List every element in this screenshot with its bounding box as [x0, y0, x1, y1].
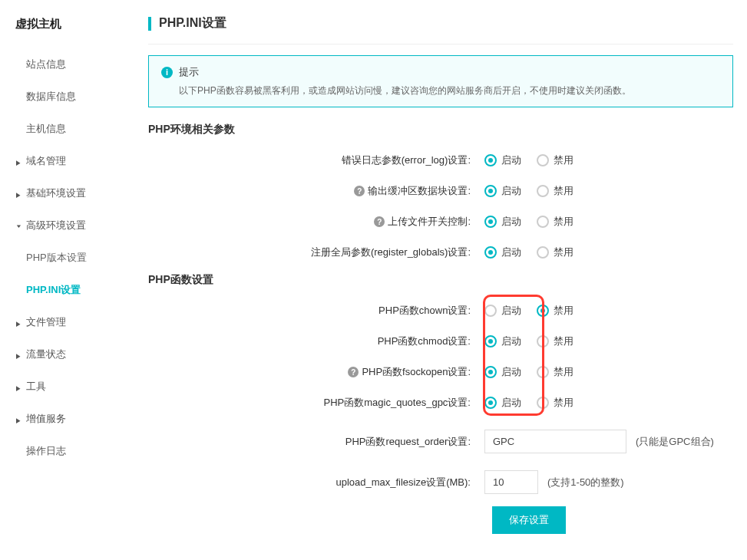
form-label: PHP函数magic_quotes_gpc设置: [148, 396, 478, 410]
form-label: 错误日志参数(error_log)设置: [148, 153, 478, 167]
sidebar-item-2[interactable]: 主机信息 [0, 113, 134, 145]
alert-box: i 提示 以下PHP函数容易被黑客利用，或造成网站访问慢，建议咨询您的网站服务商… [148, 55, 733, 107]
radio-circle-icon [484, 216, 497, 228]
sidebar-item-label: 基础环境设置 [26, 186, 86, 200]
radio-on[interactable]: 启动 [484, 304, 521, 318]
form-row: ?上传文件开关控制:启动禁用 [148, 212, 733, 232]
radio-group: 启动禁用 [478, 153, 573, 167]
form-label: PHP函数chown设置: [148, 304, 478, 318]
sidebar-item-12[interactable]: 操作日志 [0, 435, 134, 467]
sidebar-item-1[interactable]: 数据库信息 [0, 81, 134, 113]
sidebar-item-label: PHP.INI设置 [26, 283, 81, 297]
radio-circle-icon [537, 216, 549, 228]
form-row: ?输出缓冲区数据块设置:启动禁用 [148, 181, 733, 201]
radio-group: 启动禁用 [478, 396, 573, 410]
divider [148, 44, 733, 44]
sidebar-item-11[interactable]: 增值服务 [0, 403, 134, 435]
main-content: PHP.INI设置 i 提示 以下PHP函数容易被黑客利用，或造成网站访问慢，建… [134, 0, 747, 560]
sidebar-item-4[interactable]: 基础环境设置 [0, 177, 134, 209]
sidebar-item-label: 文件管理 [26, 315, 66, 329]
sidebar-item-label: 数据库信息 [26, 90, 76, 104]
radio-on[interactable]: 启动 [484, 153, 521, 167]
page-title-row: PHP.INI设置 [148, 0, 733, 44]
radio-label: 禁用 [554, 365, 573, 379]
sidebar-item-label: 增值服务 [26, 412, 66, 426]
form-label: PHP函数chmod设置: [148, 334, 478, 348]
sidebar-item-5[interactable]: 高级环境设置 [0, 209, 134, 242]
sidebar-item-label: 主机信息 [26, 122, 66, 136]
help-icon[interactable]: ? [348, 367, 359, 377]
upload-max-input[interactable] [484, 470, 538, 494]
radio-label: 启动 [501, 334, 521, 348]
radio-circle-icon [484, 246, 497, 259]
form-label: upload_max_filesize设置(MB): [148, 476, 478, 489]
radio-off[interactable]: 禁用 [537, 396, 573, 410]
form-label: ?上传文件开关控制: [148, 215, 478, 229]
radio-off[interactable]: 禁用 [537, 184, 573, 198]
radio-circle-icon [537, 185, 549, 197]
radio-label: 启动 [501, 365, 521, 379]
radio-off[interactable]: 禁用 [537, 245, 573, 259]
radio-label: 禁用 [554, 245, 573, 259]
radio-off[interactable]: 禁用 [537, 215, 573, 229]
radio-circle-icon [484, 335, 497, 348]
radio-circle-icon [537, 154, 549, 166]
radio-off[interactable]: 禁用 [537, 304, 573, 318]
sidebar-item-0[interactable]: 站点信息 [0, 48, 134, 81]
sidebar-item-label: PHP版本设置 [26, 251, 87, 265]
radio-label: 禁用 [554, 215, 573, 229]
radio-group: 启动禁用 [478, 334, 573, 348]
form-label: 注册全局参数(register_globals)设置: [148, 245, 478, 259]
sidebar-item-label: 域名管理 [26, 154, 66, 168]
radio-group: 启动禁用 [478, 215, 573, 229]
radio-circle-icon [484, 305, 497, 317]
sidebar: 虚拟主机 站点信息数据库信息主机信息域名管理基础环境设置高级环境设置PHP版本设… [0, 0, 134, 560]
radio-circle-icon [484, 154, 497, 166]
radio-label: 禁用 [554, 334, 573, 348]
radio-circle-icon [537, 397, 549, 409]
sidebar-item-3[interactable]: 域名管理 [0, 145, 134, 177]
radio-on[interactable]: 启动 [484, 184, 521, 198]
sidebar-item-label: 站点信息 [26, 58, 66, 71]
sidebar-item-8[interactable]: 文件管理 [0, 306, 134, 338]
radio-group: 启动禁用 [478, 245, 573, 259]
radio-label: 启动 [501, 153, 521, 167]
radio-on[interactable]: 启动 [484, 396, 521, 410]
radio-off[interactable]: 禁用 [537, 365, 573, 379]
save-button[interactable]: 保存设置 [492, 506, 566, 534]
radio-off[interactable]: 禁用 [537, 153, 573, 167]
help-icon[interactable]: ? [354, 186, 365, 196]
form-label: ?输出缓冲区数据块设置: [148, 184, 478, 198]
radio-label: 启动 [501, 184, 521, 198]
form-row: 注册全局参数(register_globals)设置:启动禁用 [148, 242, 733, 262]
radio-circle-icon [537, 305, 549, 317]
radio-on[interactable]: 启动 [484, 334, 521, 348]
radio-on[interactable]: 启动 [484, 365, 521, 379]
sidebar-item-label: 操作日志 [26, 444, 66, 458]
sidebar-item-7[interactable]: PHP.INI设置 [0, 274, 134, 306]
radio-circle-icon [537, 335, 549, 348]
sidebar-item-9[interactable]: 流量状态 [0, 338, 134, 371]
radio-off[interactable]: 禁用 [537, 334, 573, 348]
sidebar-title: 虚拟主机 [0, 0, 134, 48]
radio-group: 启动禁用 [478, 184, 573, 198]
request-order-input[interactable] [484, 430, 626, 453]
form-label: ?PHP函数fsockopen设置: [148, 365, 478, 379]
hint-text: (支持1-50的整数) [547, 476, 624, 489]
radio-circle-icon [537, 246, 549, 259]
radio-label: 禁用 [554, 153, 573, 167]
sidebar-item-10[interactable]: 工具 [0, 371, 134, 403]
form-row-request-order: PHP函数request_order设置: (只能是GPC组合) [148, 430, 733, 453]
title-accent-bar [148, 17, 151, 31]
sidebar-item-label: 高级环境设置 [26, 219, 86, 232]
help-icon[interactable]: ? [374, 216, 385, 227]
radio-label: 启动 [501, 304, 521, 318]
radio-group: 启动禁用 [478, 365, 573, 379]
radio-on[interactable]: 启动 [484, 215, 521, 229]
radio-label: 禁用 [554, 304, 573, 318]
radio-circle-icon [537, 366, 549, 378]
page-title: PHP.INI设置 [159, 15, 226, 31]
radio-on[interactable]: 启动 [484, 245, 521, 259]
sidebar-item-6[interactable]: PHP版本设置 [0, 242, 134, 274]
form-label: PHP函数request_order设置: [148, 435, 478, 449]
